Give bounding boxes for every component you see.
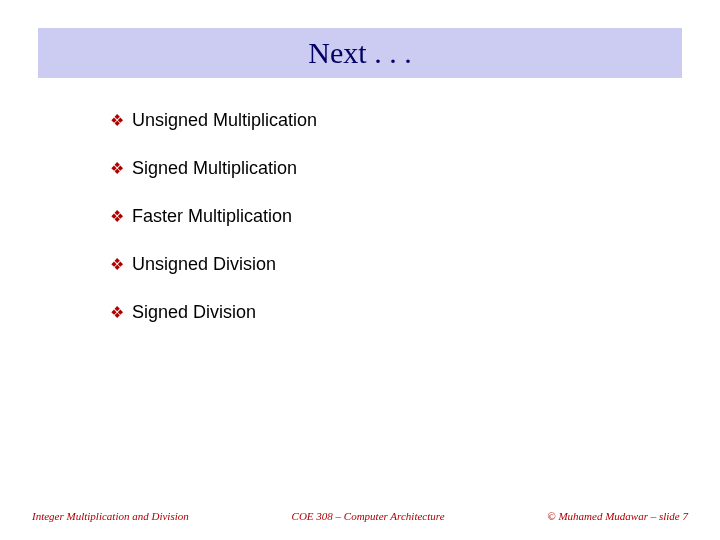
slide-title: Next . . . <box>308 36 411 70</box>
bullet-diamond-icon: ❖ <box>110 110 124 132</box>
bullet-diamond-icon: ❖ <box>110 206 124 228</box>
title-band: Next . . . <box>38 28 682 78</box>
footer: Integer Multiplication and Division COE … <box>32 510 688 522</box>
list-item-label: Signed Multiplication <box>132 158 297 179</box>
list-item: ❖ Unsigned Division <box>110 254 660 276</box>
list-item-label: Unsigned Division <box>132 254 276 275</box>
footer-center: COE 308 – Computer Architecture <box>292 510 445 522</box>
content-area: ❖ Unsigned Multiplication ❖ Signed Multi… <box>110 110 660 350</box>
footer-right: © Muhamed Mudawar – slide 7 <box>547 510 688 522</box>
list-item: ❖ Signed Division <box>110 302 660 324</box>
list-item-label: Signed Division <box>132 302 256 323</box>
bullet-diamond-icon: ❖ <box>110 302 124 324</box>
list-item: ❖ Signed Multiplication <box>110 158 660 180</box>
footer-left: Integer Multiplication and Division <box>32 510 189 522</box>
list-item-label: Faster Multiplication <box>132 206 292 227</box>
bullet-diamond-icon: ❖ <box>110 158 124 180</box>
list-item: ❖ Faster Multiplication <box>110 206 660 228</box>
bullet-diamond-icon: ❖ <box>110 254 124 276</box>
list-item-label: Unsigned Multiplication <box>132 110 317 131</box>
list-item: ❖ Unsigned Multiplication <box>110 110 660 132</box>
